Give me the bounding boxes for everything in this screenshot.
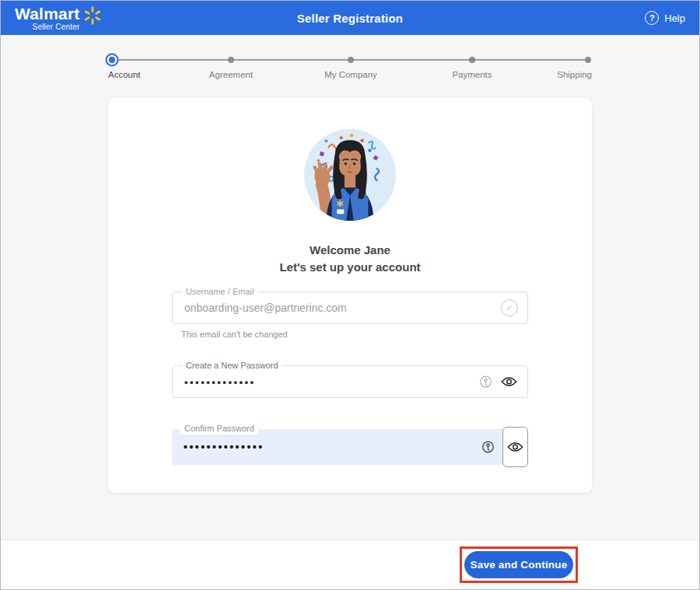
new-password-input[interactable] (173, 366, 527, 397)
step-dot-my-company[interactable] (348, 57, 354, 63)
app-header: Walmart Seller Center Seller Registratio… (1, 1, 699, 35)
confirm-password-label: Confirm Password (180, 423, 259, 435)
step-dot-account[interactable] (109, 57, 115, 63)
new-password-field: Create a New Password (172, 365, 528, 398)
step-label-payments: Payments (452, 70, 492, 79)
page: Walmart Seller Center Seller Registratio… (0, 0, 700, 590)
account-setup-card: Welcome Jane Let's set up your account U… (108, 98, 592, 493)
content-area: Account Agreement My Company Payments Sh… (1, 35, 699, 539)
new-password-label: Create a New Password (182, 361, 282, 371)
username-email-field: Username / Email ✓ (172, 292, 528, 324)
show-password-eye-icon[interactable] (501, 376, 517, 387)
save-and-continue-button[interactable]: Save and Continue (464, 551, 573, 578)
step-dot-agreement[interactable] (228, 57, 234, 63)
password-manager-key-icon[interactable] (481, 441, 495, 454)
walmart-logo-text: Walmart Seller Center (15, 5, 79, 31)
step-label-my-company: My Company (324, 70, 377, 79)
brand-name: Walmart (15, 5, 79, 22)
confirm-password-field: Confirm Password (172, 427, 528, 467)
step-label-agreement: Agreement (209, 70, 253, 79)
show-confirm-password-eye-icon[interactable] (502, 427, 528, 467)
email-helper-text: This email can't be changed (181, 330, 528, 339)
brand-subtitle: Seller Center (33, 23, 80, 31)
welcome-title: Welcome Jane (172, 242, 528, 259)
walmart-spark-icon (82, 5, 103, 26)
help-button[interactable]: ? Help (645, 11, 685, 25)
annotation-highlight-box: Save and Continue (460, 546, 578, 583)
walmart-logo[interactable]: Walmart Seller Center (15, 5, 103, 31)
registration-stepper: Account Agreement My Company Payments Sh… (108, 47, 592, 82)
step-label-shipping: Shipping (557, 70, 592, 79)
associate-avatar-illustration (303, 127, 397, 222)
help-icon: ? (645, 11, 659, 25)
page-title: Seller Registration (297, 12, 403, 25)
welcome-subtitle: Let's set up your account (172, 259, 528, 276)
step-label-account: Account (108, 70, 141, 79)
username-email-input (173, 292, 527, 323)
check-circle-icon: ✓ (501, 299, 518, 316)
password-manager-key-icon[interactable] (479, 375, 492, 389)
step-dot-payments[interactable] (469, 57, 475, 63)
help-label: Help (664, 12, 685, 24)
footer-bar: Save and Continue (1, 539, 699, 589)
step-dot-shipping[interactable] (585, 57, 591, 63)
username-email-label: Username / Email (182, 287, 257, 297)
